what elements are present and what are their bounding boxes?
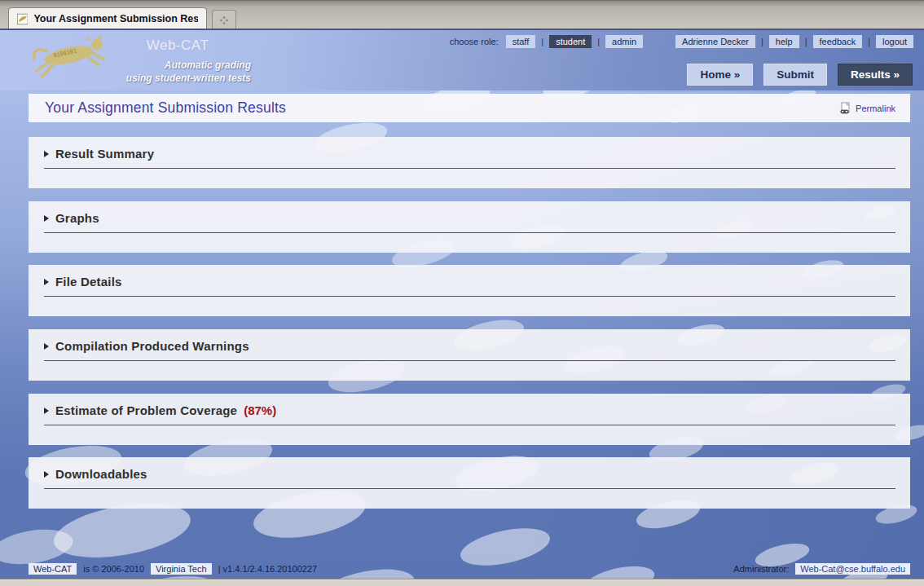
- help-link[interactable]: help: [769, 35, 799, 48]
- browser-tab-bar: Your Assignment Submission Results: [0, 0, 924, 29]
- section-underline: [44, 296, 895, 297]
- section-header-downloadables[interactable]: Downloadables: [44, 467, 895, 481]
- webcat-leaping-cat-logo: 0100101: [29, 33, 114, 86]
- tagline-line2: using student-written tests: [104, 73, 251, 86]
- separator: |: [868, 37, 870, 46]
- footer-version: | v1.4.1/2.4.16.20100227: [218, 564, 318, 574]
- section-file-details: File Details: [29, 265, 910, 316]
- user-profile-link[interactable]: Adrienne Decker: [675, 35, 755, 48]
- section-title: Downloadables: [55, 467, 147, 481]
- page-footer: Web-CAT is © 2006-2010 Virginia Tech | v…: [29, 561, 910, 577]
- feedback-link[interactable]: feedback: [813, 35, 863, 48]
- footer-virginia-tech-link[interactable]: Virginia Tech: [151, 563, 212, 575]
- permalink-page-link-icon: [838, 102, 851, 115]
- page-body: Your Assignment Submission Results Perma…: [0, 90, 924, 579]
- separator: |: [541, 37, 543, 46]
- separator: |: [597, 37, 600, 46]
- footer-copyright: is © 2006-2010: [83, 564, 144, 574]
- app-name: Web-CAT: [104, 37, 251, 54]
- separator: |: [761, 37, 763, 46]
- expand-triangle-icon: [44, 151, 49, 157]
- section-downloadables: Downloadables: [29, 457, 910, 509]
- tagline-line1: Automatic grading: [104, 59, 251, 73]
- window-edge-line: [0, 4, 924, 5]
- main-nav: Home » Submit Results »: [687, 64, 913, 86]
- logout-link[interactable]: logout: [876, 35, 913, 48]
- section-underline: [44, 232, 895, 233]
- app-header: 0100101 Web-CAT Automatic grading using …: [0, 29, 924, 90]
- section-compilation-warnings: Compilation Produced Warnings: [29, 329, 910, 381]
- page-title: Your Assignment Submission Results: [45, 99, 286, 117]
- section-underline: [44, 168, 895, 169]
- section-header-file-details[interactable]: File Details: [44, 275, 895, 289]
- section-underline: [44, 360, 895, 361]
- page-title-bar: Your Assignment Submission Results Perma…: [29, 94, 910, 122]
- administrator-label: Administrator:: [733, 564, 789, 574]
- role-staff-button[interactable]: staff: [506, 35, 536, 48]
- separator: |: [805, 37, 807, 46]
- nav-results-button[interactable]: Results »: [838, 64, 913, 86]
- expand-triangle-icon: [44, 471, 49, 478]
- role-student-button[interactable]: student: [549, 35, 592, 48]
- section-title: Graphs: [55, 211, 99, 225]
- section-header-problem-coverage[interactable]: Estimate of Problem Coverage (87%): [44, 403, 895, 417]
- section-header-result-summary[interactable]: Result Summary: [44, 147, 895, 161]
- coverage-percent-badge: (87%): [244, 403, 276, 417]
- nav-submit-button[interactable]: Submit: [763, 64, 827, 86]
- section-title: Estimate of Problem Coverage: [55, 403, 237, 417]
- administrator-email-link[interactable]: Web-Cat@cse.buffalo.edu: [795, 563, 910, 575]
- expand-triangle-icon: [44, 279, 49, 285]
- permalink-label: Permalink: [856, 104, 895, 113]
- permalink-link[interactable]: Permalink: [838, 102, 895, 115]
- browser-tab-title: Your Assignment Submission Results: [33, 13, 198, 24]
- section-result-summary: Result Summary: [29, 137, 910, 188]
- choose-role-label: choose role:: [450, 37, 499, 46]
- section-graphs: Graphs: [29, 201, 910, 253]
- role-and-user-bar: choose role: staff | student | admin Adr…: [450, 35, 913, 48]
- window-bottom-edge: [0, 579, 924, 586]
- webcat-favicon-icon: [17, 13, 28, 25]
- section-problem-coverage: Estimate of Problem Coverage (87%): [29, 394, 910, 445]
- footer-right: Administrator: Web-Cat@cse.buffalo.edu: [733, 563, 910, 575]
- section-underline: [44, 425, 895, 425]
- nav-home-button[interactable]: Home »: [687, 64, 753, 86]
- new-tab-button[interactable]: [212, 10, 236, 29]
- expand-triangle-icon: [44, 215, 49, 222]
- role-admin-button[interactable]: admin: [605, 35, 643, 48]
- app-tagline: Automatic grading using student-written …: [104, 59, 251, 85]
- expand-triangle-icon: [44, 343, 49, 350]
- new-tab-dots-icon: [219, 15, 229, 25]
- section-underline: [44, 488, 895, 489]
- brand-block: Web-CAT Automatic grading using student-…: [104, 37, 251, 85]
- section-title: Result Summary: [55, 147, 154, 161]
- section-title: File Details: [55, 275, 122, 289]
- browser-tab-active[interactable]: Your Assignment Submission Results: [8, 7, 207, 29]
- section-header-graphs[interactable]: Graphs: [44, 211, 895, 225]
- section-header-compilation-warnings[interactable]: Compilation Produced Warnings: [44, 339, 895, 353]
- expand-triangle-icon: [44, 408, 49, 414]
- footer-left: Web-CAT is © 2006-2010 Virginia Tech | v…: [29, 563, 317, 575]
- footer-webcat-link[interactable]: Web-CAT: [29, 563, 77, 575]
- section-title: Compilation Produced Warnings: [55, 339, 249, 353]
